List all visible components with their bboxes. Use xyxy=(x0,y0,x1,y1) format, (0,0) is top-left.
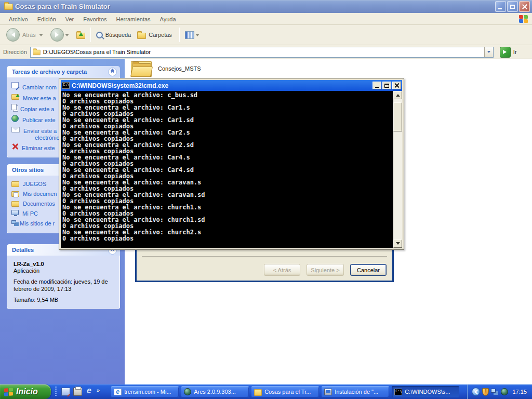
explorer-addressbar: Dirección Ir xyxy=(0,45,532,59)
dialog-separator xyxy=(142,256,387,257)
scrollbar-thumb[interactable] xyxy=(393,102,402,131)
file-item-consejos[interactable]: Consejos_MSTS xyxy=(131,60,201,77)
cmd-minimize-button[interactable] xyxy=(373,82,381,89)
taskbar-button[interactable]: Ares 2.0.9.303... xyxy=(181,386,249,397)
desktop: Cosas para el Train Simulator ArchivoEdi… xyxy=(0,0,532,399)
minimize-button[interactable] xyxy=(495,1,506,12)
forward-button[interactable] xyxy=(48,27,74,43)
details-modified: Fecha de modificación: jueves, 19 de feb… xyxy=(14,278,115,292)
ares-icon xyxy=(184,388,191,395)
explorer-menubar: ArchivoEdiciónVerFavoritosHerramientasAy… xyxy=(0,13,532,25)
cmd-maximize-button[interactable] xyxy=(382,82,391,89)
move-icon xyxy=(11,94,19,100)
cmd-titlebar[interactable]: C:\WINDOWS\system32\cmd.exe xyxy=(61,80,402,91)
menu-item[interactable]: Herramientas xyxy=(112,15,155,24)
rename-icon xyxy=(11,82,19,88)
installer-icon xyxy=(324,389,332,395)
quick-launch-overflow-chevron[interactable]: » xyxy=(97,387,100,393)
back-dropdown-caret[interactable] xyxy=(39,34,43,38)
views-icon xyxy=(185,31,194,39)
quick-launch-handle[interactable] xyxy=(55,387,57,397)
network-icon xyxy=(11,220,16,224)
copy-icon xyxy=(11,104,17,110)
toolbar-separator xyxy=(179,28,180,42)
address-label: Dirección xyxy=(3,49,27,55)
go-arrow-icon xyxy=(500,47,511,58)
delete-icon xyxy=(11,143,18,150)
taskbar-button[interactable]: Instalación de "... xyxy=(322,386,389,397)
docs-icon xyxy=(11,201,19,207)
tray-clock: 17:15 xyxy=(512,389,527,395)
menu-item[interactable]: Archivo xyxy=(4,15,33,24)
start-button[interactable]: Inicio xyxy=(0,384,51,399)
panel-title: Otros sitios xyxy=(12,167,44,173)
publish-icon xyxy=(11,115,19,122)
address-input[interactable] xyxy=(41,48,484,57)
menu-item[interactable]: Favoritos xyxy=(78,15,111,24)
cmd-output-line: 0 archivos copiados xyxy=(62,235,393,242)
folder-icon xyxy=(11,181,19,187)
forward-arrow-icon xyxy=(50,28,64,42)
details-panel: Detalles LR-Za_v1.0 Aplicación Fecha de … xyxy=(7,244,120,309)
explorer-window-title: Cosas para el Train Simulator xyxy=(15,3,494,10)
scroll-up-button[interactable] xyxy=(393,91,402,99)
address-box[interactable] xyxy=(30,47,494,58)
cmd-window-title: C:\WINDOWS\system32\cmd.exe xyxy=(72,82,371,89)
file-tasks-panel-header[interactable]: Tareas de archivo y carpeta xyxy=(7,66,120,77)
details-size: Tamaño: 9,54 MB xyxy=(14,297,117,303)
search-icon xyxy=(96,32,103,38)
folders-icon xyxy=(137,33,146,39)
ie-page-icon xyxy=(114,389,122,395)
taskbar: Inicio » trensim.com - Mi... Ares 2.0.9.… xyxy=(0,384,532,399)
chevron-up-icon[interactable] xyxy=(108,68,117,76)
up-button[interactable] xyxy=(74,30,87,40)
close-button[interactable] xyxy=(519,1,530,12)
taskbar-button[interactable]: C:\WINDOWS\s... xyxy=(392,386,459,397)
search-label: Búsqueda xyxy=(105,32,131,38)
taskbar-button[interactable]: trensim.com - Mi... xyxy=(111,386,179,397)
cmd-scrollbar[interactable] xyxy=(393,91,402,248)
printer-icon[interactable] xyxy=(73,388,82,396)
restore-button[interactable] xyxy=(507,1,518,12)
forward-dropdown-caret[interactable] xyxy=(65,34,69,38)
details-file-type: Aplicación xyxy=(14,268,117,274)
scroll-down-button[interactable] xyxy=(393,240,402,248)
taskbar-button[interactable]: Cosas para el Tr... xyxy=(251,386,319,397)
menu-item[interactable]: Ver xyxy=(61,15,79,24)
folder-icon xyxy=(254,389,262,396)
folder-window-icon xyxy=(4,4,13,10)
windows-logo-icon xyxy=(519,15,528,23)
next-wizard-button[interactable]: Siguiente > xyxy=(307,264,344,276)
file-label: Consejos_MSTS xyxy=(158,65,201,72)
go-button[interactable]: Ir xyxy=(500,47,517,58)
start-label: Inicio xyxy=(16,387,38,396)
back-button[interactable]: Atrás xyxy=(4,27,48,43)
toolbar-separator xyxy=(90,28,91,42)
back-arrow-icon xyxy=(6,28,20,42)
cmd-output-area[interactable]: No se encuentra el archivo: c_bus.sd0 ar… xyxy=(61,91,402,248)
cancel-wizard-button[interactable]: Cancelar xyxy=(350,264,387,276)
explorer-toolbar: Atrás Búsqueda Carpetas xyxy=(0,25,532,45)
mydocs-icon xyxy=(11,191,19,197)
address-folder-icon xyxy=(33,50,40,55)
network-tray-icon[interactable] xyxy=(491,389,496,393)
cmd-icon xyxy=(394,389,402,395)
security-shield-icon[interactable] xyxy=(482,388,489,396)
views-button[interactable] xyxy=(183,30,205,40)
ares-tray-icon[interactable] xyxy=(501,388,508,395)
collapse-chevron-icon[interactable] xyxy=(472,388,480,396)
go-label: Ir xyxy=(513,49,517,55)
back-wizard-button[interactable]: < Atrás xyxy=(264,264,300,276)
system-tray: 17:15 xyxy=(467,384,532,399)
menu-item[interactable]: Ayuda xyxy=(155,15,181,24)
internet-explorer-icon[interactable] xyxy=(85,388,94,396)
address-dropdown-button[interactable] xyxy=(484,47,493,57)
menu-item[interactable]: Edición xyxy=(33,15,61,24)
show-desktop-icon[interactable] xyxy=(61,388,70,396)
cmd-close-button[interactable] xyxy=(392,82,401,89)
views-dropdown-caret[interactable] xyxy=(195,34,200,38)
explorer-titlebar[interactable]: Cosas para el Train Simulator xyxy=(0,0,532,13)
folders-label: Carpetas xyxy=(149,32,172,38)
search-button[interactable]: Búsqueda xyxy=(94,31,136,39)
folders-button[interactable]: Carpetas xyxy=(135,30,176,40)
